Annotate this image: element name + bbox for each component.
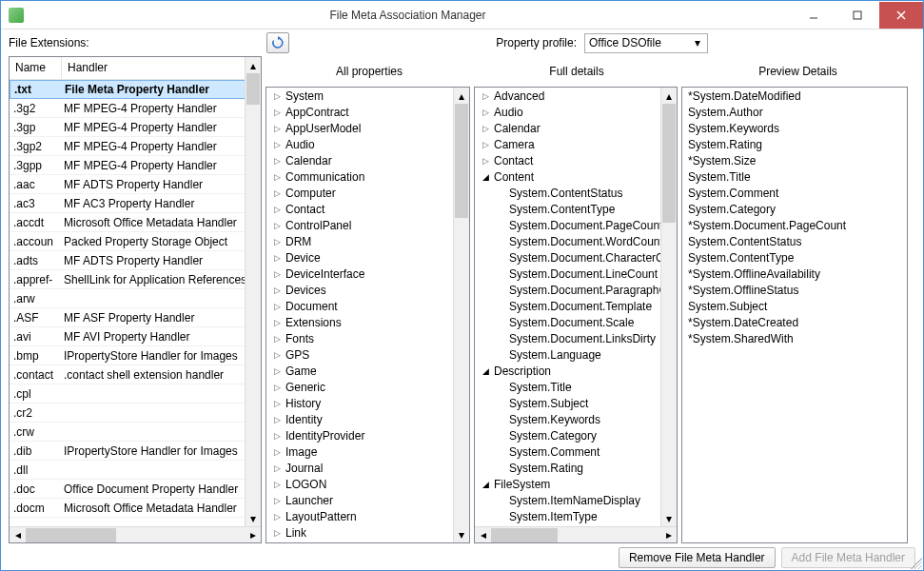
tree-node[interactable]: ▷LayoutPattern (266, 508, 453, 524)
tree-node[interactable]: ▷Fonts (266, 330, 453, 346)
expand-icon[interactable]: ▷ (270, 267, 284, 281)
tree-node[interactable]: ▷IdentityProvider (266, 427, 453, 443)
list-item[interactable]: System.Subject (682, 298, 907, 314)
expand-icon[interactable]: ▷ (270, 138, 284, 151)
tree-node[interactable]: ▷LOGON (266, 476, 453, 492)
table-row[interactable]: .aviMF AVI Property Handler (10, 327, 261, 346)
tree-node[interactable]: ▷Computer (266, 185, 453, 201)
scrollbar-vertical[interactable]: ▴ ▾ (660, 88, 677, 542)
tree-node[interactable]: ▷Advanced (475, 88, 660, 104)
table-row[interactable]: .docmMicrosoft Office Metadata Handler (10, 499, 261, 518)
maximize-button[interactable] (836, 2, 879, 29)
list-item[interactable]: System.Comment (682, 185, 907, 201)
table-row[interactable]: .3gppMF MPEG-4 Property Handler (10, 156, 261, 175)
minimize-button[interactable] (792, 2, 836, 29)
list-item[interactable]: System.Rating (682, 136, 907, 152)
scroll-down-icon[interactable]: ▾ (246, 510, 261, 526)
close-button[interactable] (879, 2, 923, 29)
expand-icon[interactable]: ▷ (270, 510, 284, 523)
list-item[interactable]: *System.Size (682, 152, 907, 168)
expand-icon[interactable]: ▷ (479, 89, 492, 103)
expand-icon[interactable]: ▷ (270, 429, 284, 443)
table-row[interactable]: .cr2 (10, 404, 261, 423)
tree-leaf[interactable]: System.Document.WordCount (475, 233, 660, 249)
scroll-right-icon[interactable]: ▸ (660, 527, 677, 542)
collapse-icon[interactable]: ◢ (479, 364, 492, 378)
expand-icon[interactable]: ▷ (479, 138, 492, 151)
tree-node[interactable]: ◢FileSystem (475, 476, 660, 492)
expand-icon[interactable]: ▷ (479, 106, 492, 119)
scroll-thumb[interactable] (246, 73, 260, 105)
tree-leaf[interactable]: System.Rating (475, 460, 660, 476)
expand-icon[interactable]: ▷ (270, 332, 284, 345)
expand-icon[interactable]: ▷ (270, 203, 284, 216)
expand-icon[interactable]: ▷ (270, 284, 284, 297)
table-row[interactable]: .adtsMF ADTS Property Handler (10, 251, 261, 270)
expand-icon[interactable]: ▷ (270, 122, 284, 135)
table-row[interactable]: .dibIPropertyStore Handler for Images (10, 442, 261, 461)
scroll-down-icon[interactable]: ▾ (454, 526, 469, 542)
scroll-up-icon[interactable]: ▴ (661, 88, 677, 104)
table-row[interactable]: .3g2MF MPEG-4 Property Handler (10, 99, 261, 118)
expand-icon[interactable]: ▷ (270, 106, 284, 119)
tree-node[interactable]: ▷AppContract (266, 104, 453, 120)
scrollbar-horizontal[interactable]: ◂ ▸ (10, 526, 261, 542)
tree-node[interactable]: ◢Content (475, 168, 660, 185)
scroll-up-icon[interactable]: ▴ (246, 57, 261, 73)
expand-icon[interactable]: ▷ (270, 413, 284, 426)
tree-node[interactable]: ▷Generic (266, 379, 453, 395)
table-row[interactable]: .bmpIPropertyStore Handler for Images (10, 346, 261, 365)
scroll-thumb-h[interactable] (26, 528, 116, 542)
expand-icon[interactable]: ▷ (270, 187, 284, 200)
tree-node[interactable]: ▷Audio (266, 136, 453, 152)
tree-node[interactable]: ▷Extensions (266, 314, 453, 330)
resize-grip[interactable] (911, 558, 922, 569)
list-item[interactable]: System.Title (682, 168, 907, 185)
expand-icon[interactable]: ▷ (270, 381, 284, 394)
tree-leaf[interactable]: System.Title (475, 379, 660, 395)
scroll-thumb-h[interactable] (491, 528, 558, 542)
table-row[interactable]: .3gp2MF MPEG-4 Property Handler (10, 137, 261, 156)
tree-node[interactable]: ▷Link (266, 524, 453, 541)
scroll-left-icon[interactable]: ◂ (10, 527, 26, 542)
tree-node[interactable]: ▷Audio (475, 104, 660, 120)
tree-node[interactable]: ▷DRM (266, 233, 453, 249)
table-row[interactable]: .accdtMicrosoft Office Metadata Handler (10, 213, 261, 232)
scroll-thumb[interactable] (662, 104, 676, 223)
tree-node[interactable]: ▷Devices (266, 282, 453, 298)
table-row[interactable]: .aacMF ADTS Property Handler (10, 175, 261, 194)
table-row[interactable]: .arw (10, 289, 261, 308)
expand-icon[interactable]: ▷ (270, 219, 284, 232)
expand-icon[interactable]: ▷ (270, 251, 284, 265)
tree-node[interactable]: ▷Calendar (266, 152, 453, 168)
col-name-header[interactable]: Name (10, 57, 62, 79)
tree-node[interactable]: ▷DeviceInterface (266, 266, 453, 282)
tree-node[interactable]: ▷Game (266, 363, 453, 379)
tree-leaf[interactable]: System.Category (475, 427, 660, 443)
list-item[interactable]: *System.DateModified (682, 88, 907, 104)
tree-node[interactable]: ▷Launcher (266, 492, 453, 508)
list-item[interactable]: System.ContentType (682, 249, 907, 266)
expand-icon[interactable]: ▷ (270, 526, 284, 540)
expand-icon[interactable]: ▷ (270, 397, 284, 410)
expand-icon[interactable]: ▷ (270, 348, 284, 362)
expand-icon[interactable]: ▷ (270, 316, 284, 329)
tree-node[interactable]: ▷LzhFolder (266, 541, 453, 542)
tree-leaf[interactable]: System.ContentStatus (475, 185, 660, 201)
list-item[interactable]: *System.SharedWith (682, 330, 907, 346)
tree-node[interactable]: ▷GPS (266, 346, 453, 363)
table-row[interactable]: .ac3MF AC3 Property Handler (10, 194, 261, 213)
list-item[interactable]: *System.DateCreated (682, 314, 907, 330)
tree-node[interactable]: ▷Device (266, 249, 453, 266)
expand-icon[interactable]: ▷ (270, 494, 284, 507)
tree-node[interactable]: ▷ControlPanel (266, 217, 453, 233)
expand-icon[interactable]: ▷ (270, 542, 284, 543)
list-item[interactable]: *System.Document.PageCount (682, 217, 907, 233)
tree-node[interactable]: ◢Description (475, 363, 660, 379)
scrollbar-horizontal[interactable]: ◂ ▸ (475, 526, 677, 542)
tree-node[interactable]: ▷Communication (266, 168, 453, 185)
table-row[interactable]: .accounPacked Property Storage Object (10, 232, 261, 251)
tree-leaf[interactable]: System.ItemNameDisplay (475, 492, 660, 508)
table-row[interactable]: .txtFile Meta Property Handler (10, 80, 261, 99)
expand-icon[interactable]: ▷ (270, 445, 284, 459)
